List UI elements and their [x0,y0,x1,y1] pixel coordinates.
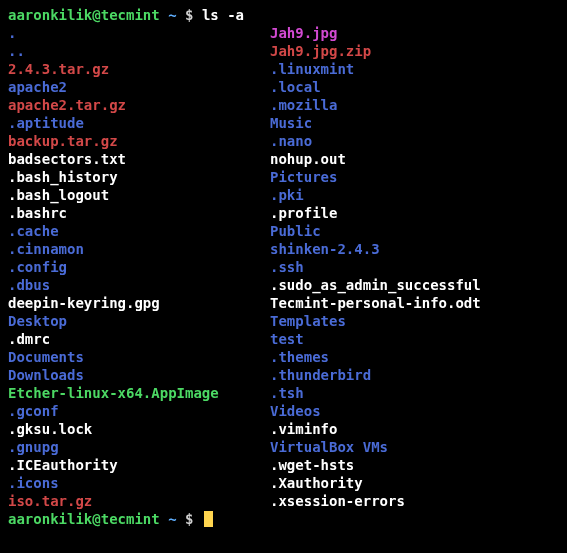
list-row: apache2.tar.gz.mozilla [8,96,559,114]
list-item: Etcher-linux-x64.AppImage [8,384,270,402]
list-item: Jah9.jpg [270,24,337,42]
list-item: .Xauthority [270,474,363,492]
cursor-icon [204,511,213,527]
list-row: 2.4.3.tar.gz.linuxmint [8,60,559,78]
list-item: .xsession-errors [270,492,405,510]
list-item: Public [270,222,321,240]
list-item: Music [270,114,312,132]
list-row: .gnupgVirtualBox VMs [8,438,559,456]
list-row: .gksu.lock.viminfo [8,420,559,438]
list-row: .icons.Xauthority [8,474,559,492]
list-item: .. [8,42,270,60]
list-item: .sudo_as_admin_successful [270,276,481,294]
list-item: Pictures [270,168,337,186]
list-item: .bashrc [8,204,270,222]
prompt-user: aaronkilik@tecmint [8,7,160,23]
list-item: iso.tar.gz [8,492,270,510]
list-item: test [270,330,304,348]
list-row: apache2.local [8,78,559,96]
prompt-line-1: aaronkilik@tecmint ~ $ ls -a [8,6,559,24]
list-item: Downloads [8,366,270,384]
list-row: .ICEauthority.wget-hsts [8,456,559,474]
list-item: .cache [8,222,270,240]
list-item: .tsh [270,384,304,402]
list-row: Etcher-linux-x64.AppImage.tsh [8,384,559,402]
list-item: shinken-2.4.3 [270,240,380,258]
list-row: badsectors.txtnohup.out [8,150,559,168]
list-item: badsectors.txt [8,150,270,168]
list-item: .mozilla [270,96,337,114]
list-row: .cinnamonshinken-2.4.3 [8,240,559,258]
list-item: .aptitude [8,114,270,132]
list-row: DesktopTemplates [8,312,559,330]
list-row: backup.tar.gz.nano [8,132,559,150]
list-row: deepin-keyring.gpgTecmint-personal-info.… [8,294,559,312]
list-row: .dbus.sudo_as_admin_successful [8,276,559,294]
list-item: .bash_history [8,168,270,186]
list-item: .dmrc [8,330,270,348]
prompt-user: aaronkilik@tecmint [8,511,160,527]
list-row: iso.tar.gz.xsession-errors [8,492,559,510]
list-item: .ICEauthority [8,456,270,474]
list-item: .local [270,78,321,96]
list-row: .config.ssh [8,258,559,276]
list-item: .themes [270,348,329,366]
list-item: .wget-hsts [270,456,354,474]
list-row: .bash_logout.pki [8,186,559,204]
list-item: backup.tar.gz [8,132,270,150]
ls-output: .Jah9.jpg..Jah9.jpg.zip2.4.3.tar.gz.linu… [8,24,559,510]
list-item: .gconf [8,402,270,420]
list-row: .dmrctest [8,330,559,348]
list-row: Documents.themes [8,348,559,366]
list-item: Videos [270,402,321,420]
list-item: . [8,24,270,42]
list-item: apache2 [8,78,270,96]
list-item: .gnupg [8,438,270,456]
list-item: deepin-keyring.gpg [8,294,270,312]
prompt-path: ~ [168,511,176,527]
prompt-path: ~ [168,7,176,23]
list-item: VirtualBox VMs [270,438,388,456]
list-item: Jah9.jpg.zip [270,42,371,60]
list-item: .bash_logout [8,186,270,204]
list-row: .bashrc.profile [8,204,559,222]
list-item: .viminfo [270,420,337,438]
prompt-line-2: aaronkilik@tecmint ~ $ [8,510,559,528]
list-item: apache2.tar.gz [8,96,270,114]
list-row: .bash_historyPictures [8,168,559,186]
list-row: Downloads.thunderbird [8,366,559,384]
list-item: .gksu.lock [8,420,270,438]
list-item: .pki [270,186,304,204]
list-row: .aptitudeMusic [8,114,559,132]
list-item: .profile [270,204,337,222]
list-item: .config [8,258,270,276]
list-row: ..Jah9.jpg.zip [8,42,559,60]
list-row: .gconfVideos [8,402,559,420]
list-item: Templates [270,312,346,330]
list-item: .ssh [270,258,304,276]
list-item: Documents [8,348,270,366]
prompt-dollar: $ [177,511,202,527]
command-text: ls -a [202,7,244,23]
list-row: .Jah9.jpg [8,24,559,42]
list-item: .linuxmint [270,60,354,78]
terminal[interactable]: aaronkilik@tecmint ~ $ ls -a .Jah9.jpg..… [8,6,559,528]
list-item: .nano [270,132,312,150]
list-row: .cachePublic [8,222,559,240]
list-item: .dbus [8,276,270,294]
list-item: .cinnamon [8,240,270,258]
list-item: .icons [8,474,270,492]
list-item: nohup.out [270,150,346,168]
list-item: Desktop [8,312,270,330]
list-item: Tecmint-personal-info.odt [270,294,481,312]
list-item: 2.4.3.tar.gz [8,60,270,78]
list-item: .thunderbird [270,366,371,384]
prompt-dollar: $ [177,7,202,23]
